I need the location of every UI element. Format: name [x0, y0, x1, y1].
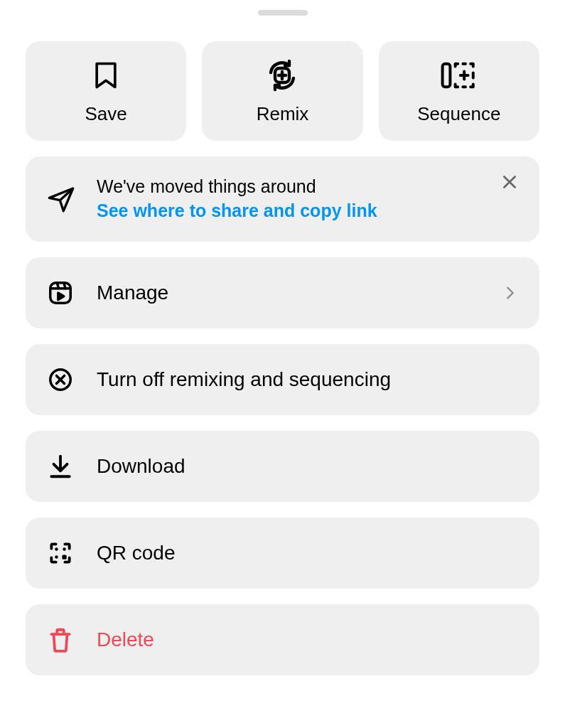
- sheet-drag-handle[interactable]: [258, 10, 308, 16]
- manage-row[interactable]: Manage: [26, 257, 539, 328]
- svg-point-21: [55, 547, 58, 550]
- download-row[interactable]: Download: [26, 431, 539, 502]
- banner-message: We've moved things around: [97, 175, 518, 199]
- trash-icon: [47, 626, 87, 654]
- remix-tile[interactable]: Remix: [202, 41, 362, 141]
- turn-off-remix-row[interactable]: Turn off remixing and sequencing: [26, 344, 539, 415]
- sequence-label: Sequence: [417, 103, 500, 125]
- remix-label: Remix: [257, 103, 309, 125]
- qr-code-label: QR code: [97, 542, 518, 564]
- sequence-icon: [440, 58, 478, 93]
- banner-link[interactable]: See where to share and copy link: [97, 199, 518, 223]
- sequence-tile[interactable]: Sequence: [379, 41, 539, 141]
- turn-off-remix-label: Turn off remixing and sequencing: [97, 368, 518, 391]
- delete-label: Delete: [97, 628, 518, 651]
- action-sheet: Save Remix: [0, 0, 565, 728]
- sheet-handle-wrap: [26, 0, 539, 41]
- svg-rect-24: [62, 555, 66, 559]
- svg-line-15: [64, 282, 65, 288]
- save-label: Save: [85, 103, 127, 125]
- download-icon: [47, 453, 87, 480]
- circle-x-icon: [47, 366, 87, 393]
- manage-label: Manage: [97, 282, 502, 304]
- remix-icon: [265, 58, 299, 93]
- close-icon[interactable]: [495, 168, 524, 196]
- qr-code-row[interactable]: QR code: [26, 518, 539, 589]
- chevron-right-icon: [502, 285, 518, 301]
- reel-icon: [47, 279, 87, 306]
- svg-point-23: [55, 555, 58, 558]
- svg-rect-3: [442, 63, 450, 86]
- save-tile[interactable]: Save: [26, 41, 186, 141]
- svg-line-14: [57, 282, 58, 288]
- download-label: Download: [97, 455, 518, 478]
- share-moved-banner[interactable]: We've moved things around See where to s…: [26, 156, 539, 242]
- delete-row[interactable]: Delete: [26, 604, 539, 675]
- banner-text: We've moved things around See where to s…: [97, 175, 518, 223]
- qr-code-icon: [47, 540, 87, 567]
- svg-point-22: [63, 547, 65, 550]
- top-tile-row: Save Remix: [26, 41, 539, 141]
- send-icon: [47, 185, 87, 213]
- bookmark-icon: [90, 58, 122, 93]
